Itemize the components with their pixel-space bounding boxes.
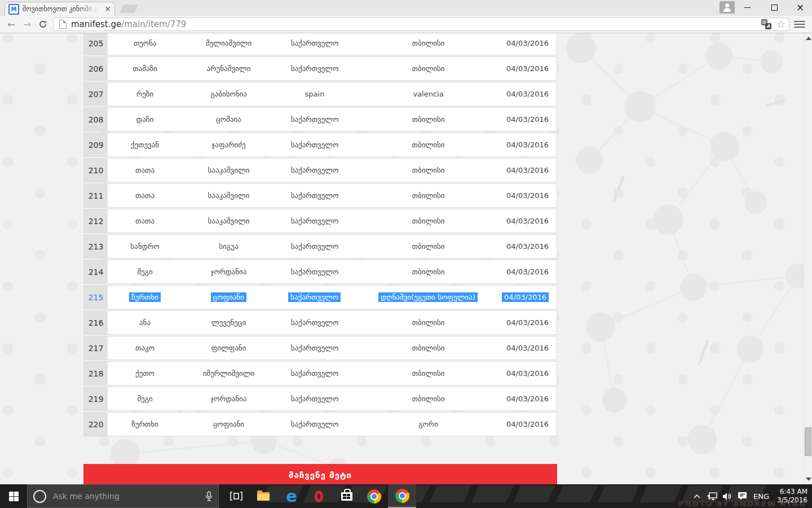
cell-city: თბილისი bbox=[354, 57, 502, 80]
cell-name: რეზი bbox=[108, 82, 182, 106]
forward-button[interactable]: → bbox=[19, 20, 35, 29]
cell-date: 04/03/2016 bbox=[502, 286, 557, 309]
task-view-button[interactable] bbox=[223, 484, 249, 508]
close-button[interactable]: × bbox=[791, 0, 810, 15]
network-icon[interactable] bbox=[704, 492, 720, 501]
cell-surname: ლევენეცი bbox=[182, 311, 275, 334]
bookmark-star-icon[interactable]: ☆ bbox=[776, 19, 785, 29]
table-row[interactable]: 213სანდროსიგუასაქართველოთბილისი04/03/201… bbox=[83, 234, 557, 259]
browser-toolbar: ← → manifest.ge/main/item/779 A ☆ bbox=[0, 16, 812, 33]
restore-button[interactable] bbox=[765, 0, 784, 15]
cell-date: 04/03/2016 bbox=[502, 82, 557, 106]
cell-surname: ჯორდანია bbox=[182, 260, 275, 283]
cell-name: თამაზი bbox=[108, 57, 182, 80]
start-button[interactable] bbox=[0, 484, 27, 508]
table-row[interactable]: 210თათასააკაშვილისაქართველოთბილისი04/03/… bbox=[83, 158, 557, 182]
cell-city: valencia bbox=[354, 82, 502, 106]
table-row[interactable]: 215ზურთხიცოფიანისაქართველოდღნაშვი(ეგეთი … bbox=[83, 285, 557, 309]
cell-date: 04/03/2016 bbox=[502, 57, 557, 80]
screen: M მოვითხოვოთ კინოში გ ✕ × ← → manifest.g… bbox=[0, 0, 812, 508]
clock-date: 3/5/2016 bbox=[777, 496, 807, 504]
table-row[interactable]: 220ზურთხიცოფიანისაქართველოგორი04/03/2016 bbox=[83, 412, 557, 436]
cell-country: საქართველო bbox=[275, 362, 354, 385]
cell-surname: ცოფიანი bbox=[182, 413, 275, 436]
reload-button[interactable] bbox=[35, 20, 51, 29]
show-more-button[interactable]: მაჩვენე მეტი bbox=[83, 464, 557, 484]
opera-button[interactable] bbox=[306, 484, 332, 508]
table-row[interactable]: 212თათასააკაშვილისაქართველოთბილისი04/03/… bbox=[83, 209, 557, 233]
scrollbar-track[interactable] bbox=[804, 33, 812, 484]
cell-city: დღნაშვი(ეგეთი სოფელია) bbox=[354, 286, 502, 309]
cell-country: საქართველო bbox=[275, 235, 354, 258]
scrollbar-thumb[interactable] bbox=[805, 427, 811, 456]
microphone-icon[interactable] bbox=[205, 491, 213, 502]
table-row[interactable]: 217თაკოფილფანისაქართველოთბილისი04/03/201… bbox=[83, 336, 557, 360]
cell-date: 04/03/2016 bbox=[502, 235, 557, 258]
profile-icon[interactable] bbox=[720, 1, 735, 14]
store-button[interactable] bbox=[334, 484, 360, 508]
browser-tab[interactable]: M მოვითხოვოთ კინოში გ ✕ bbox=[5, 2, 115, 16]
cell-num: 214 bbox=[84, 260, 108, 283]
cell-name: თაკო bbox=[108, 336, 182, 360]
cell-surname: ფილფანი bbox=[182, 336, 275, 360]
records-table: 205თეონამელიაშვილისაქართველოთბილისი04/03… bbox=[83, 33, 557, 437]
cell-num: 207 bbox=[84, 82, 108, 106]
back-button[interactable]: ← bbox=[3, 20, 19, 29]
cell-date: 04/03/2016 bbox=[502, 311, 557, 334]
cell-surname: ჯაფარიძე bbox=[182, 133, 275, 156]
cell-date: 04/03/2016 bbox=[502, 133, 557, 156]
table-row[interactable]: 209ქეთევანჯაფარიძესაქართველოთბილისი04/03… bbox=[83, 133, 557, 157]
table-row[interactable]: 216ანალევენეცისაქართველოთბილისი04/03/201… bbox=[83, 310, 557, 335]
cell-city: თბილისი bbox=[354, 33, 502, 55]
scroll-down-icon[interactable] bbox=[806, 478, 811, 481]
clock-time: 6:43 AM bbox=[780, 488, 807, 496]
minimize-button[interactable] bbox=[738, 0, 757, 15]
edge-button[interactable]: e bbox=[279, 484, 304, 508]
menu-hamburger-icon[interactable] bbox=[794, 21, 805, 28]
table-row[interactable]: 208დაჩიცომაიასაქართველოთბილისი04/03/2016 bbox=[83, 107, 557, 132]
cell-country: საქართველო bbox=[275, 184, 354, 207]
cortana-search-box[interactable]: Ask me anything bbox=[27, 484, 219, 508]
page-content: 205თეონამელიაშვილისაქართველოთბილისი04/03… bbox=[0, 33, 812, 484]
language-indicator[interactable]: ENG bbox=[750, 492, 773, 501]
clock[interactable]: 6:43 AM 3/5/2016 bbox=[773, 488, 807, 505]
table-row[interactable]: 214მეგიჯორდანიასაქართველოთბილისი04/03/20… bbox=[83, 260, 557, 284]
cell-country: საქართველო bbox=[275, 286, 354, 309]
chrome-button[interactable] bbox=[361, 484, 387, 508]
table-row[interactable]: 207რეზიგაბისონიაspainvalencia04/03/2016 bbox=[83, 82, 557, 106]
notification-icon[interactable] bbox=[735, 492, 750, 501]
cell-date: 04/03/2016 bbox=[502, 387, 557, 410]
tab-close-icon[interactable]: ✕ bbox=[104, 5, 111, 13]
cell-name: თეონა bbox=[108, 33, 182, 55]
cell-country: საქართველო bbox=[275, 33, 354, 55]
scroll-up-icon[interactable] bbox=[806, 37, 811, 40]
cell-num: 219 bbox=[84, 387, 108, 410]
table-row[interactable]: 218ქეთოიმერლიშვილისაქართველოთბილისი04/03… bbox=[83, 361, 557, 386]
cell-surname: მელიაშვილი bbox=[182, 33, 275, 55]
table-row[interactable]: 211თათასააკაშვილისაქართველოთბილისი04/03/… bbox=[83, 183, 557, 208]
url-bar[interactable]: manifest.ge/main/item/779 A ☆ bbox=[53, 17, 789, 31]
volume-icon[interactable] bbox=[720, 492, 735, 501]
table-row[interactable]: 205თეონამელიაშვილისაქართველოთბილისი04/03… bbox=[83, 33, 557, 55]
cell-num: 217 bbox=[84, 336, 108, 360]
table-row[interactable]: 206თამაზიარუნაშვილისაქართველოთბილისი04/0… bbox=[83, 56, 557, 81]
taskbar: PHOTO BY ANDREW RYAN Ask me anything e bbox=[0, 484, 812, 508]
new-tab-button[interactable] bbox=[120, 5, 139, 13]
cell-city: თბილისი bbox=[354, 387, 502, 410]
folder-icon bbox=[257, 492, 270, 501]
windows-logo-icon bbox=[9, 492, 19, 501]
file-explorer-button[interactable] bbox=[250, 484, 276, 508]
table-row[interactable]: 219მეგიჯორდანიასაქართველოთბილისი04/03/20… bbox=[83, 387, 557, 411]
tray-chevron-icon[interactable] bbox=[689, 494, 704, 498]
cell-date: 04/03/2016 bbox=[502, 362, 557, 385]
chrome-active-button[interactable] bbox=[388, 484, 416, 508]
url-text: manifest.ge/main/item/779 bbox=[71, 19, 186, 29]
favicon-m-icon: M bbox=[8, 4, 19, 15]
translate-icon[interactable]: A bbox=[761, 19, 771, 29]
cell-country: საქართველო bbox=[275, 413, 354, 436]
cell-country: საქართველო bbox=[275, 260, 354, 283]
cell-num: 211 bbox=[84, 184, 108, 207]
cell-surname: ცოფიანი bbox=[182, 286, 275, 309]
cell-date: 04/03/2016 bbox=[502, 33, 557, 55]
cell-surname: გაბისონია bbox=[182, 82, 275, 106]
